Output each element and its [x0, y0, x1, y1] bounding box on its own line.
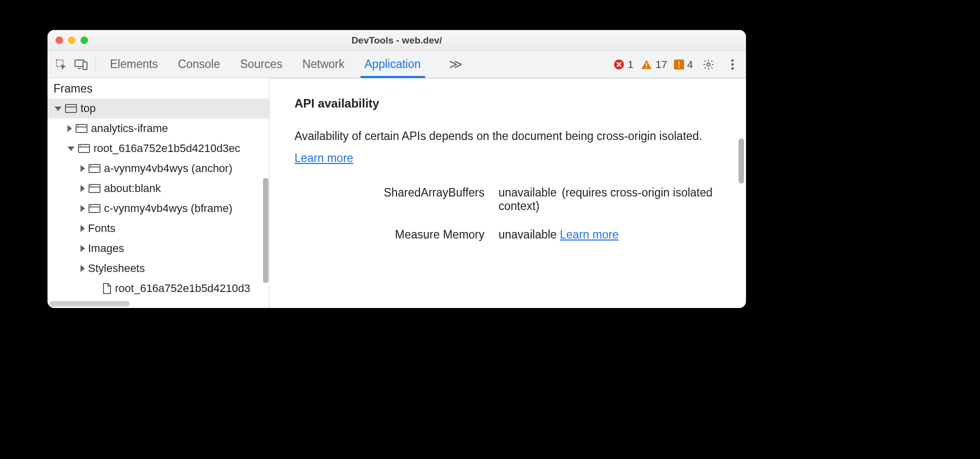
- device-icon[interactable]: [72, 56, 90, 73]
- tree-label: analytics-iframe: [91, 122, 168, 135]
- desc-text: Availability of certain APIs depends on …: [294, 130, 702, 142]
- tree-row[interactable]: a-vynmy4vb4wys (anchor): [48, 158, 269, 178]
- tree-label: top: [80, 102, 96, 115]
- tree-row[interactable]: analytics-iframe: [48, 118, 269, 138]
- error-count: 1: [628, 58, 634, 70]
- sidebar-scrollbar-h[interactable]: [50, 301, 130, 306]
- frame-icon: [88, 184, 101, 194]
- api-value: unavailable(requires cross-origin isolat…: [498, 186, 721, 213]
- error-counter[interactable]: 1: [614, 58, 634, 70]
- api-value: unavailable Learn more: [498, 228, 721, 242]
- tab-sources[interactable]: Sources: [239, 51, 283, 78]
- chevron-right-icon[interactable]: [80, 205, 85, 212]
- frames-tree: topanalytics-iframeroot_616a752e1b5d4210…: [48, 98, 269, 308]
- traffic-lights: [48, 36, 88, 44]
- chevron-right-icon[interactable]: [80, 245, 85, 252]
- status-counters: 1 17 4: [614, 56, 741, 73]
- tree-label: Images: [88, 242, 124, 255]
- svg-rect-5: [646, 67, 647, 68]
- chevron-down-icon[interactable]: [68, 146, 74, 151]
- chevron-right-icon[interactable]: [80, 225, 85, 232]
- tree-label: about:blank: [104, 182, 161, 195]
- frame-icon: [88, 204, 101, 214]
- tree-label: root_616a752e1b5d4210d3: [115, 282, 250, 295]
- frame-icon: [78, 144, 90, 154]
- learn-more-link[interactable]: Learn more: [294, 152, 354, 164]
- issues-counter[interactable]: 4: [674, 58, 693, 70]
- kebab-icon[interactable]: [724, 56, 741, 73]
- tab-elements[interactable]: Elements: [109, 51, 159, 78]
- devtools-window: DevTools - web.dev/ Elements Console Sou…: [48, 30, 746, 308]
- tabs: Elements Console Sources Network Applica…: [109, 51, 460, 78]
- api-table: SharedArrayBuffersunavailable(requires c…: [294, 186, 721, 242]
- sidebar-header: Frames: [48, 78, 269, 98]
- issues-count: 4: [687, 58, 693, 70]
- chevron-right-icon[interactable]: [80, 265, 85, 272]
- svg-point-9: [707, 62, 710, 66]
- api-status: unavailable: [498, 228, 556, 241]
- tab-console[interactable]: Console: [177, 51, 221, 78]
- tree-label: Stylesheets: [88, 262, 145, 275]
- warning-count: 17: [656, 58, 667, 70]
- api-name: Measure Memory: [294, 228, 484, 242]
- minimize-icon[interactable]: [68, 36, 76, 44]
- inspect-icon[interactable]: [52, 56, 70, 73]
- svg-point-17: [78, 126, 78, 126]
- tree-label: c-vynmy4vb4wys (bframe): [104, 202, 232, 215]
- section-desc: Availability of certain APIs depends on …: [294, 126, 721, 169]
- tree-row[interactable]: c-vynmy4vb4wys (bframe): [48, 198, 269, 218]
- tree-row[interactable]: about:blank: [48, 178, 269, 198]
- svg-rect-8: [678, 66, 680, 68]
- sidebar-scrollbar-v[interactable]: [263, 178, 268, 283]
- svg-rect-4: [646, 63, 647, 66]
- zoom-icon[interactable]: [80, 36, 88, 44]
- close-icon[interactable]: [56, 36, 63, 44]
- tree-row[interactable]: Images: [48, 238, 269, 258]
- error-icon: [614, 59, 624, 70]
- svg-point-23: [90, 166, 92, 166]
- settings-icon[interactable]: [700, 56, 717, 73]
- tree-label: Fonts: [88, 222, 116, 235]
- tree-row[interactable]: top: [48, 98, 269, 118]
- tree-label: a-vynmy4vb4wys (anchor): [104, 162, 232, 175]
- more-tabs-icon[interactable]: ≫: [449, 56, 460, 72]
- chevron-right-icon[interactable]: [68, 125, 72, 132]
- tab-application[interactable]: Application: [364, 51, 422, 78]
- sidebar: Frames topanalytics-iframeroot_616a752e1…: [48, 78, 270, 308]
- svg-rect-2: [83, 62, 87, 70]
- svg-point-29: [90, 206, 92, 206]
- issues-icon: [674, 60, 684, 70]
- divider: [96, 57, 96, 72]
- file-icon: [102, 282, 112, 294]
- tree-row[interactable]: Fonts: [48, 218, 269, 238]
- chevron-down-icon[interactable]: [54, 106, 62, 111]
- api-name: SharedArrayBuffers: [294, 186, 484, 213]
- chevron-right-icon[interactable]: [80, 165, 85, 172]
- tab-network[interactable]: Network: [302, 51, 346, 78]
- learn-more-link[interactable]: Learn more: [560, 228, 619, 241]
- tree-row[interactable]: root_616a752e1b5d4210d3ec: [48, 138, 269, 158]
- main-scrollbar-v[interactable]: [738, 138, 744, 184]
- svg-rect-7: [678, 62, 680, 66]
- content: Frames topanalytics-iframeroot_616a752e1…: [48, 78, 746, 308]
- svg-point-26: [90, 186, 92, 186]
- frame-icon: [88, 164, 101, 174]
- main-panel: API availability Availability of certain…: [270, 78, 746, 308]
- api-status: unavailable: [498, 186, 556, 199]
- svg-point-12: [732, 67, 734, 70]
- svg-rect-13: [66, 104, 76, 112]
- toolbar: Elements Console Sources Network Applica…: [48, 51, 746, 78]
- tree-row[interactable]: root_616a752e1b5d4210d3: [48, 278, 269, 298]
- svg-point-10: [732, 59, 734, 62]
- warning-icon: [640, 59, 652, 70]
- tree-label: root_616a752e1b5d4210d3ec: [94, 142, 240, 155]
- section-title: API availability: [294, 96, 721, 110]
- warning-counter[interactable]: 17: [640, 58, 667, 70]
- frame-icon: [75, 124, 88, 134]
- window-icon: [64, 103, 78, 114]
- tree-row[interactable]: Stylesheets: [48, 258, 269, 278]
- svg-point-20: [80, 146, 81, 146]
- window-title: DevTools - web.dev/: [48, 35, 746, 46]
- chevron-right-icon[interactable]: [80, 185, 85, 192]
- svg-point-11: [732, 63, 734, 66]
